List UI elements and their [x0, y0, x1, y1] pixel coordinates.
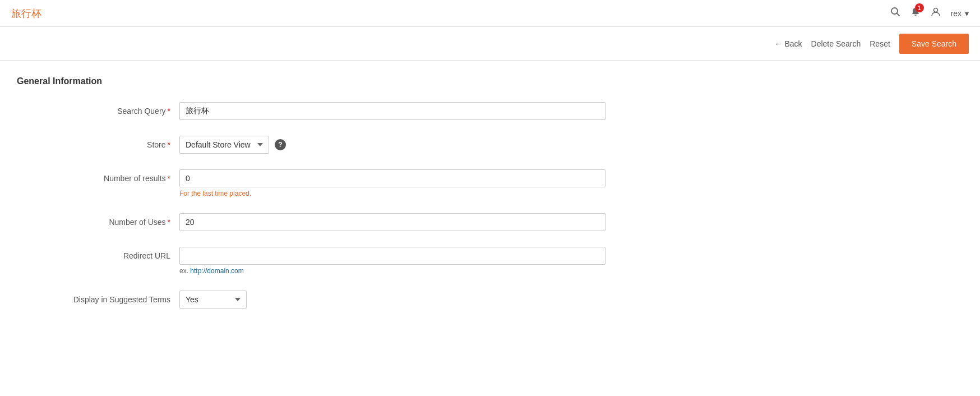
svg-line-1 — [896, 13, 899, 16]
search-query-input[interactable] — [179, 102, 605, 120]
store-select-wrap: Default Store View ? — [179, 136, 605, 154]
required-star-results: * — [168, 174, 170, 183]
action-bar: ← Back Delete Search Reset Save Search — [0, 27, 980, 61]
search-query-row: Search Query* — [17, 102, 963, 120]
user-menu[interactable]: rex ▾ — [951, 9, 969, 18]
display-suggested-select[interactable]: Yes No — [179, 291, 247, 308]
num-uses-label: Number of Uses* — [17, 213, 179, 227]
required-star-store: * — [168, 140, 170, 149]
required-star: * — [168, 107, 170, 116]
delete-search-button[interactable]: Delete Search — [811, 39, 861, 48]
redirect-url-row: Redirect URL ex. http://domain.com — [17, 247, 963, 275]
redirect-note: ex. http://domain.com — [179, 267, 605, 275]
store-label: Store* — [17, 136, 179, 149]
svg-point-2 — [933, 8, 937, 12]
redirect-url-wrap: ex. http://domain.com — [179, 247, 605, 275]
user-dropdown-icon: ▾ — [965, 9, 969, 18]
nav-right: 1 rex ▾ — [890, 7, 969, 20]
required-star-uses: * — [168, 218, 170, 227]
search-query-wrap — [179, 102, 605, 120]
save-search-button[interactable]: Save Search — [899, 34, 969, 54]
redirect-url-input[interactable] — [179, 247, 605, 265]
num-uses-input[interactable] — [179, 213, 605, 231]
redirect-url-label: Redirect URL — [17, 247, 179, 260]
display-suggested-label: Display in Suggested Terms — [17, 291, 179, 304]
num-results-note: For the last time placed. — [179, 190, 605, 197]
display-suggested-row: Display in Suggested Terms Yes No — [17, 291, 963, 308]
store-select[interactable]: Default Store View — [179, 136, 269, 154]
redirect-note-link[interactable]: http://domain.com — [190, 267, 243, 275]
back-button[interactable]: ← Back — [774, 39, 802, 48]
num-results-row: Number of results* For the last time pla… — [17, 169, 963, 197]
app-logo: 旅行杯 — [11, 7, 41, 20]
section-title: General Information — [17, 76, 963, 86]
num-results-input[interactable] — [179, 169, 605, 187]
user-icon[interactable] — [931, 7, 941, 20]
notification-badge: 1 — [915, 3, 924, 12]
user-name: rex — [951, 9, 961, 18]
search-icon[interactable] — [890, 7, 900, 20]
main-content: General Information Search Query* Store*… — [0, 61, 980, 396]
reset-button[interactable]: Reset — [870, 39, 890, 48]
back-arrow-icon: ← — [774, 39, 782, 48]
store-wrap: Default Store View ? — [179, 136, 605, 154]
search-query-label: Search Query* — [17, 102, 179, 116]
num-results-wrap: For the last time placed. — [179, 169, 605, 197]
notification-icon[interactable]: 1 — [910, 7, 921, 20]
display-suggested-wrap: Yes No — [179, 291, 605, 308]
store-help-icon[interactable]: ? — [275, 139, 286, 150]
store-row: Store* Default Store View ? — [17, 136, 963, 154]
num-results-label: Number of results* — [17, 169, 179, 183]
num-uses-wrap — [179, 213, 605, 231]
num-uses-row: Number of Uses* — [17, 213, 963, 231]
top-nav: 旅行杯 1 rex ▾ — [0, 0, 980, 27]
